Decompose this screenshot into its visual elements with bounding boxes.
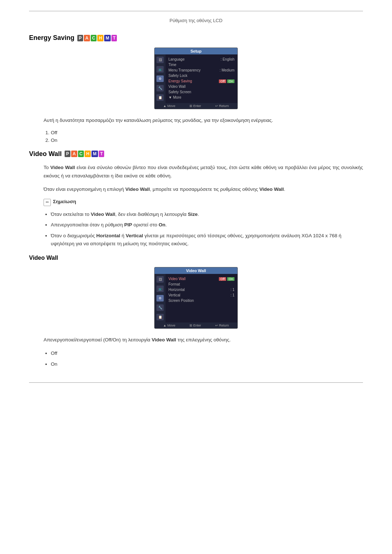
osd-body: 🖼 📺 ⚙ 🔧 📋 Language : English Time [155,54,237,103]
badge-m: M [104,35,111,41]
badge-a-vw: A [71,151,77,157]
page-header: Ρύθμιση της οθόνης LCD [29,15,363,23]
osd-menu: Language : English Time Menu Transparenc… [166,54,237,103]
badge-t-vw: T [99,151,104,157]
osd-icons: 🖼 📺 ⚙ 🔧 📋 [155,54,166,103]
badge-a: A [84,35,90,41]
osd-vw-footer-return: ↩ Return [215,324,229,327]
badge-p: P [77,35,83,41]
note-icon: ✏ [44,199,51,206]
osd-vw-footer-enter: ⊞ Enter [189,324,201,327]
osd-vw-icon-1: 🖼 [156,276,164,283]
osd-row-language: Language : English [168,57,234,62]
osd-footer-move: ▲ Move [163,104,175,108]
osd-row-safety-lock: Safety Lock [168,73,234,78]
osd-vw-value-on: On [227,277,234,281]
badge-h-vw: H [85,151,91,157]
osd-vw-row-format: Format [168,282,234,287]
osd-row-time: Time [168,62,234,67]
osd-icon-2: 📺 [156,66,164,73]
badge-h: H [97,35,103,41]
osd-icon-3: ⚙ [156,75,164,82]
bullet-1: Όταν εκτελείται το Video Wall, δεν είναι… [51,210,363,218]
energy-saving-badges: P A C H M T [77,35,117,41]
note-box: ✏ Σημείωση [44,199,363,206]
video-wall-content: Το Video Wall είναι ένα σύνολο οθονών βί… [44,164,363,247]
osd-footer-enter: ⊞ Enter [189,104,201,108]
osd-vw-icon-3: ⚙ [156,295,164,301]
video-wall-sub-list: Off On [51,349,363,368]
osd-row-energy-saving: Energy Saving Off On [168,78,234,84]
list-item-on: On [51,138,363,143]
video-wall-title: Video Wall P A C H M T [29,150,363,158]
osd-footer-return: ↩ Return [215,104,229,108]
badge-t: T [111,35,117,41]
osd-screen-setup: Setup 🖼 📺 ⚙ 🔧 📋 Language : English Time [154,48,238,109]
energy-saving-content: Αυτή η δυνατότητα προσαρμόζει την κατανά… [44,116,363,143]
video-wall-osd: Video Wall 🖼 📺 ⚙ 🔧 📋 Video Wall Off On [29,267,363,329]
bottom-border [29,382,363,383]
osd-vw-title: Video Wall [155,267,237,274]
osd-row-video-wall: Video Wall [168,84,234,89]
osd-icon-4: 🔧 [156,85,164,91]
badge-c: C [91,35,97,41]
energy-saving-title: Energy Saving P A C H M T [29,34,363,42]
sub-list-item-on: On [51,360,363,368]
osd-vw-icon-2: 📺 [156,286,164,292]
osd-vw-row-screen-position: Screen Position [168,298,234,303]
osd-vw-value-off: Off [219,277,226,281]
video-wall-body2: Όταν είναι ενεργοποιημένη η επιλογή Vide… [44,185,363,194]
video-wall-sub-body: Απενεργοποιεί/ενεργοποιεί (Off/On) τη λε… [44,336,363,344]
osd-vw-row-vertical: Vertical : 1 [168,292,234,298]
osd-icon-1: 🖼 [156,57,164,63]
video-wall-sub-title: Video Wall [29,255,363,261]
osd-icon-5: 📋 [156,94,164,101]
osd-screen-videowall: Video Wall 🖼 📺 ⚙ 🔧 📋 Video Wall Off On [154,267,238,329]
badge-p-vw: P [65,151,70,157]
osd-row-more: ▼ More [168,95,234,100]
energy-saving-body: Αυτή η δυνατότητα προσαρμόζει την κατανά… [44,116,363,125]
osd-vw-icon-5: 📋 [156,314,164,320]
osd-value-off: Off [219,79,226,83]
video-wall-sub-content: Απενεργοποιεί/ενεργοποιεί (Off/On) τη λε… [44,336,363,368]
video-wall-bullets: Όταν εκτελείται το Video Wall, δεν είναι… [51,210,363,247]
osd-value-on: On [227,79,234,83]
note-label: Σημείωση [53,199,76,204]
list-item-off: Off [51,130,363,135]
osd-vw-icon-4: 🔧 [156,304,164,311]
osd-footer: ▲ Move ⊞ Enter ↩ Return [155,103,237,109]
osd-vw-footer-move: ▲ Move [163,324,175,327]
osd-vw-body: 🖼 📺 ⚙ 🔧 📋 Video Wall Off On [155,274,237,323]
badge-c-vw: C [78,151,84,157]
osd-title: Setup [155,48,237,54]
page-wrapper: Ρύθμιση της οθόνης LCD Energy Saving P A… [0,0,392,554]
video-wall-badges: P A C H M T [65,151,104,157]
page-title: Ρύθμιση της οθόνης LCD [170,18,222,23]
osd-vw-menu: Video Wall Off On Format Horizontal : 1 [166,274,237,323]
sub-list-item-off: Off [51,349,363,357]
osd-vw-row-horizontal: Horizontal : 1 [168,287,234,292]
osd-vw-row-videowall: Video Wall Off On [168,276,234,282]
badge-m-vw: M [91,151,98,157]
top-border [29,11,363,11]
osd-vw-footer: ▲ Move ⊞ Enter ↩ Return [155,323,237,328]
osd-vw-icons: 🖼 📺 ⚙ 🔧 📋 [155,274,166,323]
energy-saving-osd: Setup 🖼 📺 ⚙ 🔧 📋 Language : English Time [29,48,363,109]
osd-row-safety-screen: Safety Screen [168,89,234,95]
bullet-3: Όταν ο διαχωρισμός Horizontal ή Vertical… [51,232,363,247]
video-wall-body1: Το Video Wall είναι ένα σύνολο οθονών βί… [44,164,363,180]
energy-saving-list: Off On [51,130,363,143]
bullet-2: Απενεργοποιείται όταν η ρύθμιση PIP ορισ… [51,221,363,229]
osd-row-menu-transparency: Menu Transparency : Medium [168,67,234,73]
